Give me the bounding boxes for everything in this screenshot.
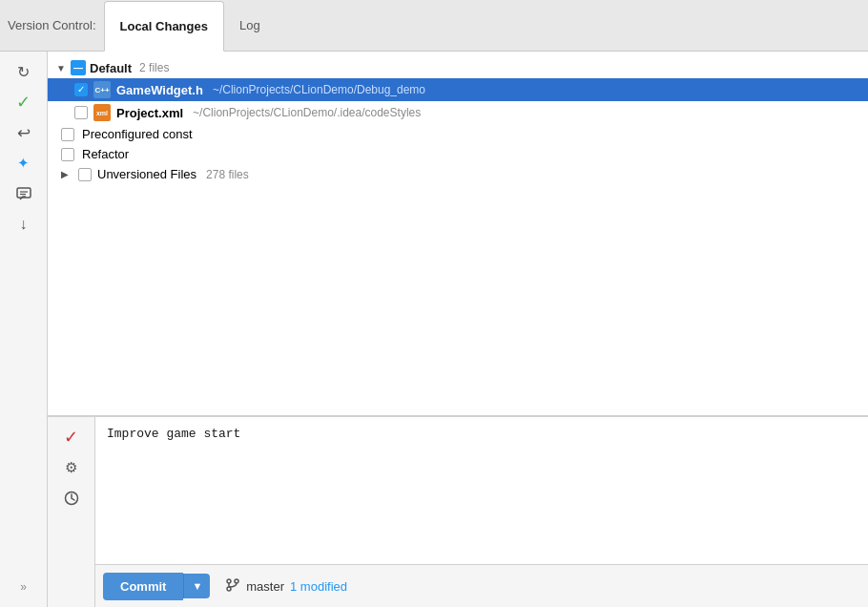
commit-button[interactable]: Commit (103, 573, 183, 600)
group-name: Default (90, 61, 132, 75)
branch-icon (225, 577, 240, 596)
cpp-file-icon: C++ (93, 81, 111, 98)
unversioned-group[interactable]: ▶ Unversioned Files 278 files (48, 164, 868, 184)
xml-file-icon: xml (93, 104, 111, 121)
tab-bar-prefix: Version Control: (8, 18, 96, 32)
gamewidget-filename: GameWidget.h (116, 83, 203, 97)
comment-icon[interactable] (11, 181, 36, 206)
commit-arrow-icon: ▼ (192, 580, 202, 592)
modified-badge: 1 modified (290, 579, 347, 594)
gamewidget-filepath: ~/ClionProjects/CLionDemo/Debug_demo (213, 83, 425, 96)
check-icon[interactable]: ✓ (11, 90, 36, 115)
group-chevron-icon: ▼ (55, 62, 67, 73)
tab-local-changes[interactable]: Local Changes (104, 1, 224, 52)
refactor-checkbox[interactable] (61, 148, 74, 161)
unversioned-checkbox[interactable] (78, 168, 92, 181)
unversioned-chevron-icon: ▶ (61, 169, 72, 179)
projectxml-filename: Project.xml (116, 106, 183, 120)
branch-info: master 1 modified (225, 577, 347, 596)
refresh-icon[interactable]: ↻ (11, 59, 36, 84)
bottom-sidebar: ✓ ⚙ (48, 417, 95, 607)
undo-icon[interactable]: ↩ (11, 120, 36, 145)
commit-message-input[interactable] (95, 417, 868, 564)
unversioned-count: 278 files (206, 168, 249, 181)
group-count: 2 files (139, 61, 169, 74)
settings-icon[interactable]: ⚙ (59, 455, 84, 480)
tab-bar: Version Control: Local Changes Log (0, 0, 868, 52)
bottom-bar: Commit ▼ (95, 564, 868, 607)
download-icon[interactable]: ↓ (11, 212, 36, 237)
svg-point-4 (227, 579, 231, 583)
default-group-header[interactable]: ▼ Default 2 files (48, 57, 868, 78)
preconfigured-checkbox[interactable] (61, 128, 74, 141)
projectxml-checkbox[interactable] (74, 106, 88, 119)
branch-name: master (246, 579, 284, 594)
projectxml-filepath: ~/ClionProjects/CLionDemo/.idea/codeStyl… (193, 106, 421, 119)
commit-button-group: Commit ▼ (103, 573, 210, 600)
file-item-projectxml[interactable]: xml Project.xml ~/ClionProjects/CLionDem… (48, 101, 868, 124)
commit-check-icon[interactable]: ✓ (59, 425, 84, 450)
app-container: Version Control: Local Changes Log ↻ ✓ ↩… (0, 0, 868, 607)
commit-content: Commit ▼ (95, 417, 868, 607)
tab-log[interactable]: Log (224, 0, 276, 51)
refactor-label: Refactor (82, 147, 129, 161)
left-sidebar: ↻ ✓ ↩ ✦ ↓ » (0, 52, 48, 607)
main-layout: ↻ ✓ ↩ ✦ ↓ » (0, 52, 868, 607)
preconfigured-label: Preconfigured const (82, 127, 193, 141)
file-tree: ▼ Default 2 files C++ GameWidget.h ~/Cli… (48, 52, 868, 416)
file-item-gamewidget[interactable]: C++ GameWidget.h ~/ClionProjects/CLionDe… (48, 78, 868, 101)
preconfigured-group[interactable]: Preconfigured const (48, 124, 868, 144)
lower-section: ✓ ⚙ (48, 416, 868, 607)
refactor-group[interactable]: Refactor (48, 144, 868, 164)
commit-dropdown-button[interactable]: ▼ (183, 574, 210, 598)
group-folder-icon (71, 60, 86, 75)
svg-point-5 (235, 579, 238, 583)
unversioned-label: Unversioned Files (97, 167, 196, 181)
more-icon[interactable]: » (11, 575, 36, 599)
commit-message-area (95, 417, 868, 564)
history-icon[interactable] (59, 486, 84, 511)
magic-icon[interactable]: ✦ (11, 151, 36, 176)
gamewidget-checkbox[interactable] (74, 83, 88, 96)
content-area: ▼ Default 2 files C++ GameWidget.h ~/Cli… (48, 52, 868, 607)
